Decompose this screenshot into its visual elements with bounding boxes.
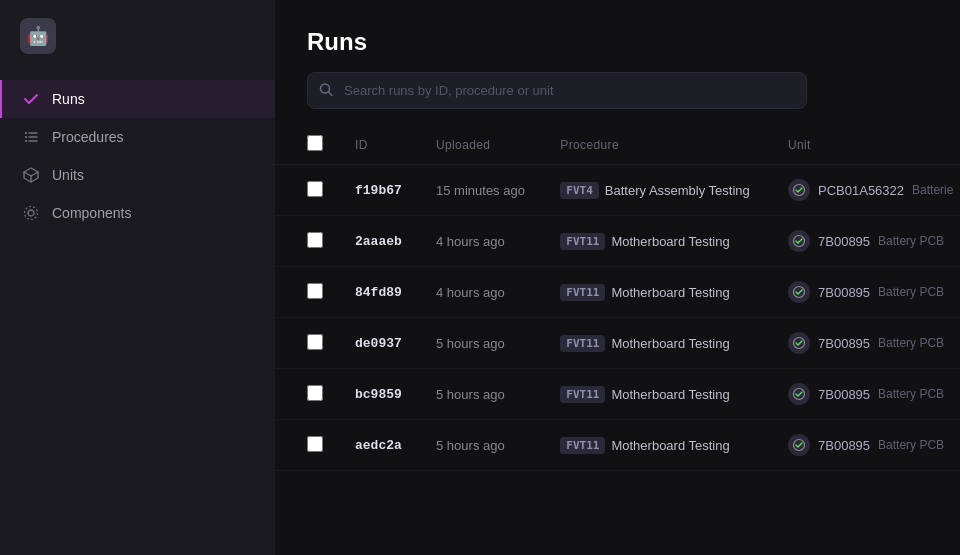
table-header: ID Uploaded Procedure Unit <box>275 125 960 165</box>
row-checkbox-cell <box>275 420 339 471</box>
row-checkbox-cell <box>275 216 339 267</box>
proc-tag: FVT11 <box>560 386 605 403</box>
app-logo: 🤖 <box>20 18 56 54</box>
proc-tag: FVT11 <box>560 437 605 454</box>
row-checkbox[interactable] <box>307 436 323 452</box>
table-row[interactable]: f19b67 15 minutes ago FVT4 Battery Assem… <box>275 165 960 216</box>
uploaded-time: 4 hours ago <box>436 285 505 300</box>
proc-name: Motherboard Testing <box>611 387 729 402</box>
run-id: 2aaaeb <box>355 234 402 249</box>
search-input[interactable] <box>307 72 807 109</box>
unit-avatar <box>788 434 810 456</box>
sidebar-item-runs-label: Runs <box>52 91 85 107</box>
svg-rect-0 <box>25 132 27 134</box>
unit-type: Battery PCB <box>878 336 944 350</box>
procedure-cell: FVT11 Motherboard Testing <box>544 369 772 420</box>
uploaded-cell: 5 hours ago <box>420 420 544 471</box>
unit-cell: 7B00895 Battery PCB <box>772 369 960 420</box>
unit-id: 7B00895 <box>818 387 870 402</box>
unit-cell: PCB01A56322 Batterie <box>772 165 960 216</box>
proc-tag: FVT4 <box>560 182 599 199</box>
proc-name: Motherboard Testing <box>611 285 729 300</box>
row-checkbox[interactable] <box>307 232 323 248</box>
proc-tag: FVT11 <box>560 284 605 301</box>
unit-id: 7B00895 <box>818 438 870 453</box>
uploaded-cell: 4 hours ago <box>420 216 544 267</box>
row-checkbox-cell <box>275 267 339 318</box>
component-icon <box>22 204 40 222</box>
uploaded-cell: 5 hours ago <box>420 318 544 369</box>
unit-type: Battery PCB <box>878 234 944 248</box>
sidebar-item-units[interactable]: Units <box>0 156 275 194</box>
svg-point-15 <box>794 389 805 400</box>
uploaded-cell: 15 minutes ago <box>420 165 544 216</box>
run-id: de0937 <box>355 336 402 351</box>
unit-id: PCB01A56322 <box>818 183 904 198</box>
svg-point-11 <box>794 185 805 196</box>
run-id: aedc2a <box>355 438 402 453</box>
svg-rect-4 <box>25 140 27 142</box>
row-checkbox[interactable] <box>307 334 323 350</box>
row-checkbox[interactable] <box>307 181 323 197</box>
runs-table-container: ID Uploaded Procedure Unit f19b67 15 <box>275 125 960 555</box>
sidebar-item-components[interactable]: Components <box>0 194 275 232</box>
procedure-cell: FVT11 Motherboard Testing <box>544 318 772 369</box>
sidebar-item-procedures[interactable]: Procedures <box>0 118 275 156</box>
column-header-uploaded: Uploaded <box>420 125 544 165</box>
uploaded-time: 5 hours ago <box>436 336 505 351</box>
row-checkbox[interactable] <box>307 283 323 299</box>
table-row[interactable]: 2aaaeb 4 hours ago FVT11 Motherboard Tes… <box>275 216 960 267</box>
check-icon <box>22 90 40 108</box>
sidebar: 🤖 Runs Procedures <box>0 0 275 555</box>
run-id-cell: f19b67 <box>339 165 420 216</box>
page-title: Runs <box>307 28 928 56</box>
procedure-cell: FVT11 Motherboard Testing <box>544 420 772 471</box>
table-row[interactable]: aedc2a 5 hours ago FVT11 Motherboard Tes… <box>275 420 960 471</box>
uploaded-cell: 5 hours ago <box>420 369 544 420</box>
search-icon <box>319 82 333 99</box>
runs-table: ID Uploaded Procedure Unit f19b67 15 <box>275 125 960 471</box>
column-header-unit: Unit <box>772 125 960 165</box>
table-row[interactable]: de0937 5 hours ago FVT11 Motherboard Tes… <box>275 318 960 369</box>
sidebar-nav: Runs Procedures <box>0 72 275 240</box>
main-header: Runs <box>275 0 960 125</box>
row-checkbox[interactable] <box>307 385 323 401</box>
main-content: Runs ID Uploaded Procedure <box>275 0 960 555</box>
svg-point-13 <box>794 287 805 298</box>
run-id-cell: 84fd89 <box>339 267 420 318</box>
unit-type: Battery PCB <box>878 387 944 401</box>
svg-line-10 <box>329 92 333 96</box>
unit-cell: 7B00895 Battery PCB <box>772 420 960 471</box>
sidebar-item-runs[interactable]: Runs <box>0 80 275 118</box>
procedure-cell: FVT11 Motherboard Testing <box>544 267 772 318</box>
sidebar-item-units-label: Units <box>52 167 84 183</box>
table-row[interactable]: bc9859 5 hours ago FVT11 Motherboard Tes… <box>275 369 960 420</box>
procedure-cell: FVT4 Battery Assembly Testing <box>544 165 772 216</box>
row-checkbox-cell <box>275 369 339 420</box>
table-row[interactable]: 84fd89 4 hours ago FVT11 Motherboard Tes… <box>275 267 960 318</box>
sidebar-item-components-label: Components <box>52 205 131 221</box>
search-bar <box>307 72 807 109</box>
select-all-checkbox[interactable] <box>307 135 323 151</box>
run-id-cell: 2aaaeb <box>339 216 420 267</box>
unit-cell: 7B00895 Battery PCB <box>772 216 960 267</box>
run-id: bc9859 <box>355 387 402 402</box>
list-icon <box>22 128 40 146</box>
column-header-procedure: Procedure <box>544 125 772 165</box>
procedure-cell: FVT11 Motherboard Testing <box>544 216 772 267</box>
svg-point-8 <box>25 207 38 220</box>
unit-cell: 7B00895 Battery PCB <box>772 267 960 318</box>
unit-avatar <box>788 332 810 354</box>
run-id-cell: bc9859 <box>339 369 420 420</box>
unit-cell: 7B00895 Battery PCB <box>772 318 960 369</box>
uploaded-cell: 4 hours ago <box>420 267 544 318</box>
svg-point-12 <box>794 236 805 247</box>
unit-avatar <box>788 230 810 252</box>
sidebar-logo: 🤖 <box>0 0 275 72</box>
run-id: 84fd89 <box>355 285 402 300</box>
proc-name: Motherboard Testing <box>611 438 729 453</box>
unit-type: Batterie <box>912 183 953 197</box>
unit-avatar <box>788 383 810 405</box>
svg-point-14 <box>794 338 805 349</box>
proc-name: Motherboard Testing <box>611 336 729 351</box>
